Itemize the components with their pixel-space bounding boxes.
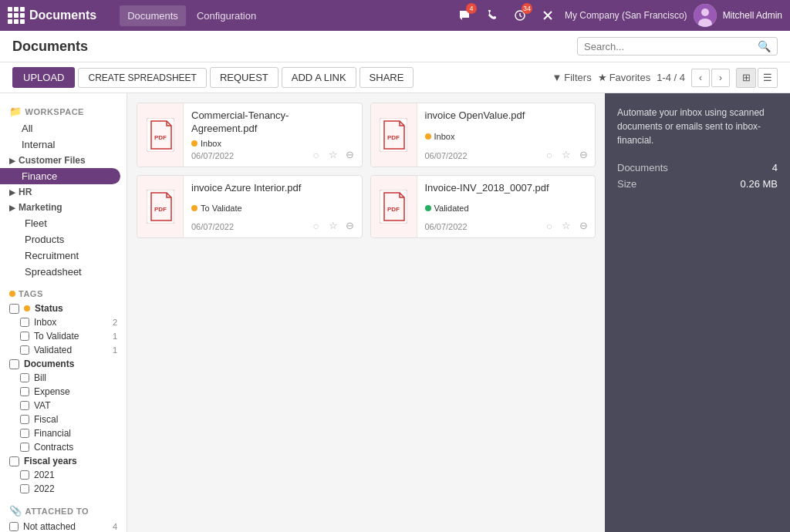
- tag-2022-checkbox[interactable]: [20, 484, 29, 493]
- sidebar-item-fleet[interactable]: Fleet: [0, 215, 127, 231]
- tag-2021-item[interactable]: 2021: [0, 468, 127, 482]
- tag-financial-item[interactable]: Financial: [0, 426, 127, 440]
- sidebar-item-all[interactable]: All: [0, 120, 127, 136]
- tag-2022-item[interactable]: 2022: [0, 482, 127, 496]
- prev-page-button[interactable]: ‹: [691, 69, 710, 87]
- sidebar-item-finance[interactable]: Finance: [0, 168, 120, 184]
- tag-tovalidate-item[interactable]: To Validate 1: [0, 329, 127, 343]
- doc-star-1[interactable]: ☆: [326, 148, 340, 162]
- search-input[interactable]: [584, 41, 758, 52]
- tag-documents-parent[interactable]: Documents: [0, 357, 127, 371]
- messages-icon-btn[interactable]: 4: [454, 5, 475, 26]
- page-header: Documents 🔍: [0, 31, 790, 62]
- phone-icon-btn[interactable]: [481, 5, 503, 26]
- search-icon[interactable]: 🔍: [758, 40, 771, 52]
- upload-button[interactable]: UPLOAD: [12, 67, 75, 88]
- doc-status-1: Inbox: [191, 139, 354, 148]
- tag-vat-checkbox[interactable]: [20, 401, 29, 410]
- doc-actions-4: ○ ☆ ⊖: [542, 219, 590, 233]
- tag-validated-checkbox[interactable]: [20, 345, 29, 355]
- status-dot-3: [191, 205, 198, 211]
- search-bar[interactable]: 🔍: [577, 37, 778, 56]
- doc-card-2[interactable]: PDF invoice OpenValue.pdf Inbox 06/07/20…: [370, 103, 596, 167]
- folder-icon: 📁: [9, 106, 22, 117]
- doc-status-4: Validated: [425, 204, 588, 213]
- add-link-button[interactable]: ADD A LINK: [282, 67, 356, 88]
- tag-financial-checkbox[interactable]: [20, 429, 29, 438]
- doc-star-4[interactable]: ☆: [559, 219, 573, 233]
- sidebar-item-hr[interactable]: ▶ HR: [0, 184, 127, 200]
- doc-radio-3[interactable]: ○: [309, 219, 323, 233]
- tag-dot-icon: [9, 291, 15, 297]
- grid-view-button[interactable]: ⊞: [736, 68, 756, 88]
- workspace-section: 📁 WORKSPACE All Internal ▶ Customer File…: [0, 99, 127, 283]
- clock-badge: 34: [522, 3, 532, 14]
- favorites-button[interactable]: ★ Favorites: [598, 72, 650, 83]
- doc-radio-4[interactable]: ○: [542, 219, 556, 233]
- next-page-button[interactable]: ›: [711, 69, 730, 87]
- not-attached-item[interactable]: Not attached 4: [0, 520, 127, 532]
- navbar: Documents Documents Configuration 4 34 M…: [0, 0, 790, 31]
- tag-fiscal-checkbox[interactable]: [20, 415, 29, 424]
- not-attached-checkbox[interactable]: [9, 522, 19, 531]
- sidebar-item-recruitment[interactable]: Recruitment: [0, 247, 127, 264]
- tag-fiscal-years-checkbox[interactable]: [9, 456, 19, 466]
- doc-star-2[interactable]: ☆: [559, 148, 573, 162]
- attached-section-header: 📎 ATTACHED TO: [0, 502, 127, 520]
- doc-actions-1: ○ ☆ ⊖: [309, 148, 357, 162]
- tag-status-parent[interactable]: Status: [0, 301, 127, 315]
- chevron-icon: ▶: [9, 204, 15, 212]
- doc-card-3[interactable]: PDF invoice Azure Interior.pdf To Valida…: [137, 175, 363, 238]
- tag-2021-checkbox[interactable]: [20, 470, 29, 480]
- doc-radio-1[interactable]: ○: [309, 148, 323, 162]
- tag-expense-checkbox[interactable]: [20, 387, 29, 396]
- doc-thumb-2: PDF: [371, 103, 417, 167]
- sidebar-item-marketing[interactable]: ▶ Marketing: [0, 200, 127, 215]
- doc-title-3: invoice Azure Interior.pdf: [191, 182, 354, 195]
- doc-radio-2[interactable]: ○: [542, 148, 556, 162]
- tag-documents-checkbox[interactable]: [9, 359, 19, 369]
- app-logo[interactable]: Documents: [8, 7, 112, 24]
- doc-status-2: Inbox: [425, 132, 588, 141]
- create-spreadsheet-button[interactable]: CREATE SPREADSHEET: [78, 68, 206, 88]
- tag-bill-checkbox[interactable]: [20, 373, 29, 382]
- nav-documents[interactable]: Documents: [120, 5, 186, 26]
- sidebar-item-products[interactable]: Products: [0, 231, 127, 247]
- sidebar-item-customer-files[interactable]: ▶ Customer Files: [0, 153, 127, 168]
- tag-status-checkbox[interactable]: [9, 304, 19, 314]
- tag-validated-item[interactable]: Validated 1: [0, 343, 127, 357]
- stat-size-value: 0.26 MB: [741, 178, 778, 190]
- sidebar-item-internal[interactable]: Internal: [0, 136, 127, 153]
- doc-more-1[interactable]: ⊖: [343, 148, 357, 162]
- tag-contracts-item[interactable]: Contracts: [0, 440, 127, 454]
- nav-configuration[interactable]: Configuration: [189, 5, 264, 26]
- request-button[interactable]: REQUEST: [210, 67, 279, 88]
- doc-more-2[interactable]: ⊖: [576, 148, 590, 162]
- clock-icon-btn[interactable]: 34: [509, 5, 531, 26]
- doc-star-3[interactable]: ☆: [326, 219, 340, 233]
- tag-inbox-item[interactable]: Inbox 2: [0, 315, 127, 329]
- pagination-info: 1-4 / 4: [657, 72, 685, 83]
- doc-more-4[interactable]: ⊖: [576, 219, 590, 233]
- tag-contracts-checkbox[interactable]: [20, 443, 29, 452]
- doc-actions-3: ○ ☆ ⊖: [309, 219, 357, 233]
- tag-fiscal-item[interactable]: Fiscal: [0, 412, 127, 426]
- svg-text:PDF: PDF: [154, 134, 167, 141]
- close-icon-btn[interactable]: [537, 5, 559, 26]
- filters-button[interactable]: ▼ Filters: [552, 72, 591, 83]
- doc-card-4[interactable]: PDF Invoice-INV_2018_0007.pdf Validated …: [370, 175, 596, 238]
- list-view-button[interactable]: ☰: [758, 68, 778, 88]
- sidebar-item-spreadsheet[interactable]: Spreadsheet: [0, 264, 127, 280]
- tag-vat-item[interactable]: VAT: [0, 399, 127, 412]
- tag-tovalidate-checkbox[interactable]: [20, 332, 29, 341]
- tag-fiscal-years-parent[interactable]: Fiscal years: [0, 454, 127, 468]
- main-layout: 📁 WORKSPACE All Internal ▶ Customer File…: [0, 93, 790, 532]
- doc-more-3[interactable]: ⊖: [343, 219, 357, 233]
- tag-expense-item[interactable]: Expense: [0, 385, 127, 399]
- tag-bill-item[interactable]: Bill: [0, 371, 127, 385]
- tag-inbox-checkbox[interactable]: [20, 318, 29, 327]
- status-color-dot: [24, 305, 30, 311]
- doc-title-4: Invoice-INV_2018_0007.pdf: [425, 182, 588, 195]
- share-button[interactable]: SHARE: [360, 67, 414, 88]
- doc-card-1[interactable]: PDF Commercial-Tenancy-Agreement.pdf Inb…: [137, 103, 363, 167]
